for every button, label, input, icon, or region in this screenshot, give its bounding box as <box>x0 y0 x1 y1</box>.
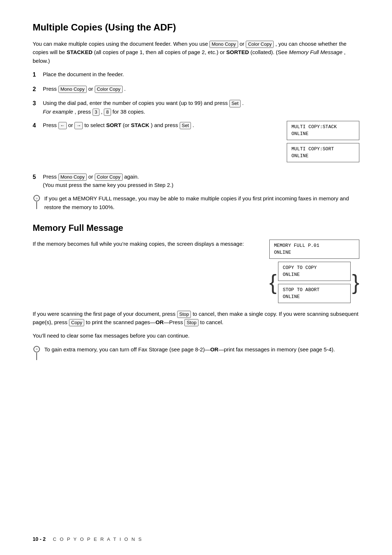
memory-ref: Memory Full Message <box>289 49 343 55</box>
note-2-or: OR <box>210 346 219 352</box>
step-4-lcd-screens: MULTI COPY:STACK ONLINE MULTI COPY:SORT … <box>287 121 359 162</box>
step-3-num: 3 <box>33 99 43 108</box>
step-3-key3[interactable]: 3 <box>93 109 99 116</box>
memory-lcd1-line2: ONLINE <box>274 249 355 256</box>
step-4: 4 Press ← or → to select SORT (or STACK … <box>33 121 359 167</box>
step-5-content: Press Mono Copy or Color Copy again. (Yo… <box>43 172 359 189</box>
step-3-content: Using the dial pad, enter the number of … <box>43 99 359 116</box>
step-3-key8[interactable]: 8 <box>104 109 111 116</box>
step-2-num: 2 <box>33 85 43 94</box>
step-1-text: Place the document in the feeder. <box>43 70 359 78</box>
cancel-text3: to print the scanned pages— <box>86 319 156 325</box>
note-stem <box>36 202 37 209</box>
step-5: 5 Press Mono Copy or Color Copy again. (… <box>33 172 359 189</box>
note-2-text2: —print fax messages in memory (see page … <box>219 346 335 352</box>
main-title: Multiple Copies (Using the ADF) <box>33 22 359 33</box>
step-2-press: Press <box>43 86 57 92</box>
step-4-lcd1-line1: MULTI COPY:STACK <box>291 123 355 131</box>
step-3-example-post: for 38 copies. <box>113 109 145 115</box>
note-1-icon: ○ <box>33 195 41 209</box>
memory-lcd3: STOP TO ABORT ONLINE <box>278 284 351 303</box>
note-2: ○ To gain extra memory, you can turn off… <box>33 345 359 360</box>
intro-text3: (all copies of page 1, then all copies o… <box>94 49 249 55</box>
step-4-mid: to select <box>84 122 106 128</box>
step-4-press: Press <box>43 122 57 128</box>
step-4-stack: STACK <box>131 122 150 128</box>
footer-page-num: 10 - 2 <box>33 536 46 542</box>
step-5-num: 5 <box>33 173 43 182</box>
note-2-text: To gain extra memory, you can turn off F… <box>44 345 359 354</box>
step-4-text: Press ← or → to select SORT (or STACK ) … <box>43 121 276 129</box>
step-4-post: . <box>192 122 194 128</box>
step-3-text1: Using the dial pad, enter the number of … <box>43 100 228 106</box>
step-3-example-text: , press <box>75 109 91 115</box>
clear-paragraph: You’ll need to clear some fax messages b… <box>33 331 359 340</box>
step-2-color-btn[interactable]: Color Copy <box>95 86 123 93</box>
step-3-example-pre: For example <box>43 109 73 115</box>
intro-or: or <box>240 41 246 47</box>
right-arrow-btn[interactable]: → <box>74 122 83 129</box>
mono-copy-btn-intro[interactable]: Mono Copy <box>209 41 238 48</box>
page-content: Multiple Copies (Using the ADF) You can … <box>0 0 392 394</box>
note-1-text: If you get a MEMORY FULL message, you ma… <box>44 194 359 211</box>
left-brace-icon: { <box>269 272 277 293</box>
copy-btn-cancel[interactable]: Copy <box>69 319 84 326</box>
step-3-comma: , <box>101 109 102 115</box>
step-3-set-btn[interactable]: Set <box>229 100 241 107</box>
sorted-text: SORTED <box>226 49 249 55</box>
step-5-mono-btn[interactable]: Mono Copy <box>58 174 87 181</box>
memory-lcd1-line1: MEMORY FULL P.01 <box>274 242 355 249</box>
color-copy-btn-intro[interactable]: Color Copy <box>246 41 274 48</box>
step-4-lcd1-line2: ONLINE <box>291 130 355 138</box>
step-4-close: ) and press <box>151 122 178 128</box>
note-2-text1: To gain extra memory, you can turn off F… <box>44 346 210 352</box>
memory-full-text: If the memory becomes full while you’re … <box>33 240 258 248</box>
section-2-title: Memory Full Message <box>33 223 359 233</box>
footer: 10 - 2 C O P Y O P E R A T I O N S <box>0 536 392 542</box>
step-4-content: Press ← or → to select SORT (or STACK ) … <box>43 121 359 167</box>
step-5-color-btn[interactable]: Color Copy <box>95 174 123 181</box>
step-2-mono-btn[interactable]: Mono Copy <box>58 86 87 93</box>
memory-lcd3-line2: ONLINE <box>283 293 346 301</box>
memory-lcd2-line2: ONLINE <box>283 271 346 278</box>
step-3: 3 Using the dial pad, enter the number o… <box>33 99 359 116</box>
step-4-lcd2-line2: ONLINE <box>291 152 355 160</box>
memory-lcd2-line1: COPY TO COPY <box>283 264 346 272</box>
step-2-content: Press Mono Copy or Color Copy . <box>43 85 359 93</box>
step-3-period: . <box>242 100 244 106</box>
note-1: ○ If you get a MEMORY FULL message, you … <box>33 194 359 211</box>
stacked-text: STACKED <box>66 49 92 55</box>
step-4-lcd2-line1: MULTI COPY:SORT <box>291 146 355 153</box>
step-5-or: or <box>88 174 95 180</box>
stop-btn-2[interactable]: Stop <box>184 319 199 326</box>
note-circle-icon: ○ <box>33 195 40 201</box>
memory-lcd2: COPY TO COPY ONLINE <box>278 262 351 281</box>
step-2-period: . <box>124 86 126 92</box>
step-5-post: again. <box>124 174 139 180</box>
note-2-icon: ○ <box>33 346 41 360</box>
stop-btn-1[interactable]: Stop <box>177 311 191 318</box>
step-4-lcd1: MULTI COPY:STACK ONLINE <box>287 121 359 140</box>
memory-lcd3-line1: STOP TO ABORT <box>283 286 346 294</box>
step-4-set-btn[interactable]: Set <box>180 122 191 129</box>
step-2-or: or <box>88 86 95 92</box>
left-arrow-btn[interactable]: ← <box>58 122 67 129</box>
right-brace-icon: } <box>352 272 359 293</box>
cancel-or: OR <box>155 319 164 325</box>
step-4-or: or <box>68 122 75 128</box>
brace-lcds: COPY TO COPY ONLINE STOP TO ABORT ONLINE <box>278 262 351 303</box>
step-4-sort: SORT <box>106 122 121 128</box>
footer-section-label: C O P Y O P E R A T I O N S <box>53 536 143 542</box>
step-4-paren: (or <box>123 122 131 128</box>
cancel-text4: —Press <box>164 319 183 325</box>
memory-full-lcds: MEMORY FULL P.01 ONLINE { COPY TO COPY O… <box>269 240 359 303</box>
memory-lcd-group: MEMORY FULL P.01 ONLINE { COPY TO COPY O… <box>269 240 359 303</box>
steps-list: 1 Place the document in the feeder. 2 Pr… <box>33 70 359 189</box>
step-4-num: 4 <box>33 121 43 130</box>
memory-lcd1: MEMORY FULL P.01 ONLINE <box>269 240 359 259</box>
step-4-lcd2: MULTI COPY:SORT ONLINE <box>287 143 359 162</box>
cancel-text5: to cancel. <box>200 319 223 325</box>
note-2-circle-icon: ○ <box>33 346 40 352</box>
memory-full-section: If the memory becomes full while you’re … <box>33 240 359 303</box>
intro-paragraph: You can make multiple copies using the d… <box>33 40 359 65</box>
